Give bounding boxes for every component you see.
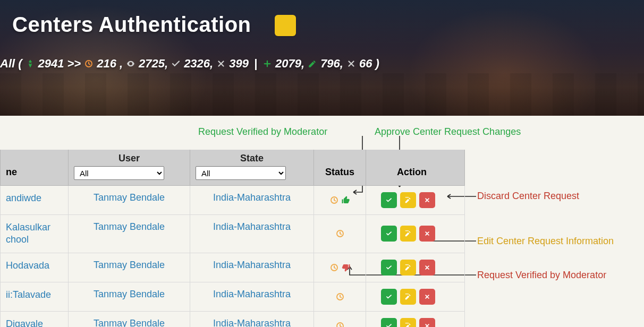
stats-pipe: | — [252, 57, 259, 71]
state-link[interactable]: India-Maharashtra — [213, 192, 291, 203]
user-link[interactable]: Tanmay Bendale — [94, 318, 165, 327]
cell-user: Tanmay Bendale — [68, 215, 190, 253]
state-link[interactable]: India-Maharashtra — [213, 289, 291, 299]
pencil-icon — [308, 59, 317, 68]
col-name-label: ne — [6, 167, 17, 178]
close-icon — [423, 230, 431, 237]
stats-suffix: ) — [375, 57, 379, 71]
table-row: HodavadaTanmay BendaleIndia-Maharashtra — [0, 253, 465, 282]
stats-bar: All ( 2941 >> 216 , 2725, 2326, 399 | 20… — [0, 57, 379, 71]
thumbs-up-icon — [341, 195, 351, 205]
cell-user: Tanmay Bendale — [68, 253, 190, 282]
cell-name: andiwde — [0, 186, 68, 215]
cell-state: India-Maharashtra — [190, 312, 313, 327]
stat-pending: 216 — [97, 57, 116, 71]
col-name: ne — [0, 150, 68, 186]
center-name-link[interactable]: Kalasulkar chool — [6, 222, 50, 245]
center-name-link[interactable]: andiwde — [6, 193, 41, 203]
approve-button[interactable] — [381, 318, 397, 327]
state-link[interactable]: India-Maharashtra — [213, 221, 291, 232]
cell-user: Tanmay Bendale — [68, 312, 190, 327]
cell-user: Tanmay Bendale — [68, 282, 190, 312]
cell-status — [313, 215, 366, 253]
annotation-approve: Approve Center Request Changes — [375, 126, 521, 137]
check-icon — [171, 59, 181, 68]
col-action-label: Action — [397, 167, 427, 178]
col-status-label: Status — [325, 167, 354, 178]
stat-added: 2079, — [275, 57, 304, 71]
approve-button[interactable] — [381, 260, 397, 276]
approve-button[interactable] — [381, 192, 397, 208]
centers-table: ne User All State All Status Action andi… — [0, 150, 465, 327]
edit-button[interactable] — [400, 289, 416, 305]
table-header: ne User All State All Status Action — [0, 150, 465, 186]
rocket-icon — [26, 59, 35, 68]
col-state: State All — [190, 150, 313, 186]
col-user: User All — [68, 150, 190, 186]
cell-status — [313, 253, 366, 282]
table-row: Kalasulkar choolTanmay BendaleIndia-Maha… — [0, 215, 465, 253]
pending-clock-icon — [335, 292, 345, 302]
cell-name: ii:Talavade — [0, 282, 68, 312]
edit-button[interactable] — [400, 260, 416, 276]
state-link[interactable]: India-Maharashtra — [213, 318, 291, 327]
approve-button[interactable] — [381, 289, 397, 305]
annotation-verified-top: Request Verified by Moderator — [198, 126, 327, 137]
center-name-link[interactable]: ii:Talavade — [6, 289, 51, 300]
stat-edited: 796, — [320, 57, 343, 71]
user-link[interactable]: Tanmay Bendale — [94, 192, 165, 203]
center-name-link[interactable]: Hodavada — [6, 260, 49, 271]
cell-name: Digavale — [0, 312, 68, 327]
annotation-discard: Discard Center Request — [477, 191, 579, 202]
page-title: Centers Authentication — [12, 13, 251, 37]
add-center-button[interactable] — [275, 15, 296, 36]
cell-status — [313, 186, 366, 215]
user-filter-select[interactable]: All — [74, 166, 164, 180]
discard-button[interactable] — [419, 192, 435, 208]
pending-clock-icon — [329, 195, 339, 205]
user-link[interactable]: Tanmay Bendale — [94, 260, 165, 270]
cell-state: India-Maharashtra — [190, 215, 313, 253]
stat-approved: 2326, — [184, 57, 213, 71]
user-link[interactable]: Tanmay Bendale — [94, 221, 165, 232]
edit-button[interactable] — [400, 318, 416, 327]
cell-action — [366, 282, 465, 312]
pending-clock-icon — [329, 263, 339, 272]
annotation-verified-bottom: Request Verified by Moderator — [477, 270, 606, 281]
cell-name: Kalasulkar chool — [0, 215, 68, 253]
close-icon — [423, 196, 431, 204]
stat-rejected: 399 — [229, 57, 249, 71]
clock-icon — [84, 59, 94, 68]
edit-icon — [404, 196, 412, 204]
center-name-link[interactable]: Digavale — [6, 319, 43, 327]
stats-prefix: All ( — [0, 57, 22, 71]
edit-button[interactable] — [400, 192, 416, 208]
col-user-label: User — [74, 153, 184, 164]
edit-button[interactable] — [400, 226, 416, 242]
col-state-label: State — [196, 153, 308, 164]
discard-button[interactable] — [419, 226, 435, 242]
state-link[interactable]: India-Maharashtra — [213, 260, 291, 270]
table-row: andiwdeTanmay BendaleIndia-Maharashtra — [0, 186, 465, 215]
cell-action — [366, 215, 465, 253]
cell-action — [366, 253, 465, 282]
x-icon-2 — [346, 59, 356, 68]
hero-banner: Centers Authentication All ( 2941 >> 216… — [0, 0, 644, 116]
cell-state: India-Maharashtra — [190, 186, 313, 215]
col-status: Status — [313, 150, 366, 186]
discard-button[interactable] — [419, 318, 435, 327]
c1: , — [120, 57, 123, 71]
approve-button[interactable] — [381, 226, 397, 242]
check-icon — [385, 230, 393, 237]
edit-icon — [404, 322, 412, 327]
col-action: Action — [366, 150, 465, 186]
discard-button[interactable] — [419, 289, 435, 305]
state-filter-select[interactable]: All — [196, 166, 286, 180]
close-icon — [423, 293, 431, 300]
annotation-edit: Edit Center Request Information — [477, 236, 614, 247]
edit-icon — [404, 264, 412, 271]
user-link[interactable]: Tanmay Bendale — [94, 289, 165, 299]
check-icon — [385, 322, 393, 327]
pending-clock-icon — [335, 321, 345, 327]
discard-button[interactable] — [419, 260, 435, 276]
